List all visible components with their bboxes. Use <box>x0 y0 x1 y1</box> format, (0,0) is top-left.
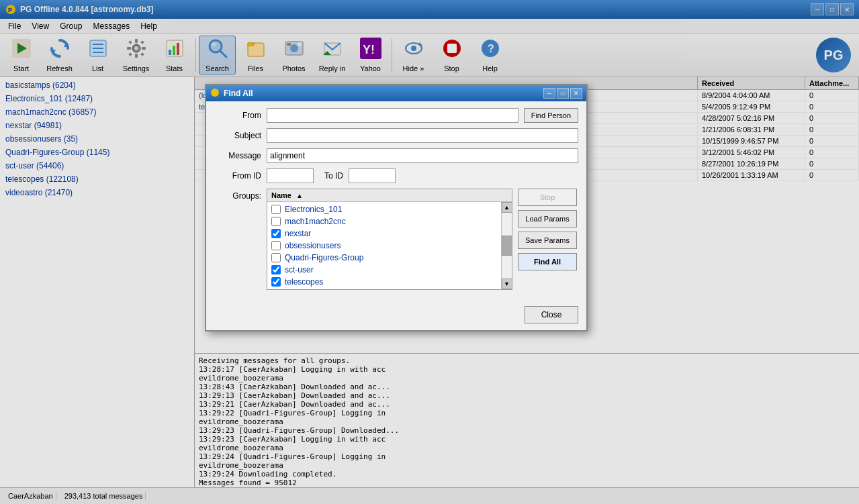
group-checkbox[interactable] <box>271 241 281 250</box>
from-row: From Stop Find Person <box>214 108 578 123</box>
groups-col-name[interactable]: Name ▲ <box>271 191 508 199</box>
find-person-button[interactable]: Find Person <box>524 108 578 123</box>
close-button[interactable]: Close <box>525 306 578 323</box>
dialog-title-text: Find All <box>224 89 253 98</box>
group-check-item[interactable]: sct-user <box>267 264 501 276</box>
groups-label: Groups: <box>214 189 261 201</box>
group-name: Electronics_101 <box>285 205 342 214</box>
subject-row: Subject <box>214 128 578 143</box>
group-name: nexstar <box>285 229 311 238</box>
group-name: telescopes <box>285 277 323 287</box>
group-check-item[interactable]: Electronics_101 <box>267 203 501 215</box>
group-check-item[interactable]: nexstar <box>267 228 501 240</box>
groups-row: Groups: Name ▲ E <box>214 189 578 290</box>
group-checkbox[interactable] <box>271 265 281 274</box>
group-name: sct-user <box>285 265 314 274</box>
dialog-title-icon <box>210 88 220 99</box>
dialog-titlebar: Find All ─ ▭ ✕ <box>206 85 586 101</box>
find-all-dialog: Find All ─ ▭ ✕ From Stop Find Person Sub… <box>205 84 588 332</box>
dialog-close-button[interactable]: ✕ <box>570 88 582 99</box>
message-row: Message <box>214 148 578 163</box>
save-params-button[interactable]: Save Params <box>518 232 577 249</box>
from-id-input[interactable] <box>267 168 314 183</box>
group-check-item[interactable]: Quadri-Figures-Group <box>267 252 501 264</box>
group-check-item[interactable]: telescopes <box>267 276 501 288</box>
to-id-input[interactable] <box>349 168 396 183</box>
from-id-label: From ID <box>214 171 261 181</box>
dialog-restore-button[interactable]: ▭ <box>557 88 569 99</box>
group-checkbox[interactable] <box>271 217 281 226</box>
dialog-minimize-button[interactable]: ─ <box>543 88 555 99</box>
group-name: obsessionusers <box>285 241 341 250</box>
load-params-button[interactable]: Load Params <box>518 210 577 228</box>
group-name: mach1mach2cnc <box>285 217 346 226</box>
from-label: From <box>214 111 261 120</box>
group-checkbox[interactable] <box>271 253 281 262</box>
from-input[interactable] <box>267 108 518 123</box>
group-check-item[interactable]: mach1mach2cnc <box>267 215 501 228</box>
message-label: Message <box>214 151 261 160</box>
dialog-footer: Close <box>206 302 586 330</box>
subject-label: Subject <box>214 131 261 140</box>
dialog-body: From Stop Find Person Subject Message Fr… <box>206 101 586 302</box>
group-checkbox[interactable] <box>271 229 281 238</box>
group-checkbox[interactable] <box>271 277 281 287</box>
right-buttons: Stop Load Params Save Params Find All <box>518 189 578 270</box>
dialog-titlebar-controls: ─ ▭ ✕ <box>543 88 582 99</box>
find-all-button[interactable]: Find All <box>518 253 577 270</box>
groups-header: Name ▲ <box>267 189 512 202</box>
stop-button[interactable]: Stop <box>518 189 577 206</box>
message-input[interactable] <box>267 148 578 163</box>
svg-point-44 <box>211 89 219 97</box>
dialog-overlay: Find All ─ ▭ ✕ From Stop Find Person Sub… <box>0 0 859 504</box>
to-id-label: To ID <box>324 171 343 181</box>
groups-list: Electronics_101 mach1mach2cnc nexstar <box>267 202 501 289</box>
groups-scrollbar[interactable]: ▲ ▼ <box>501 202 512 289</box>
group-check-item[interactable]: obsessionusers <box>267 240 501 252</box>
group-checkbox[interactable] <box>271 205 281 214</box>
id-row: From ID To ID <box>214 168 578 183</box>
subject-input[interactable] <box>267 128 578 143</box>
group-name: Quadri-Figures-Group <box>285 253 363 262</box>
groups-panel: Name ▲ Electronics_101 <box>267 189 512 290</box>
